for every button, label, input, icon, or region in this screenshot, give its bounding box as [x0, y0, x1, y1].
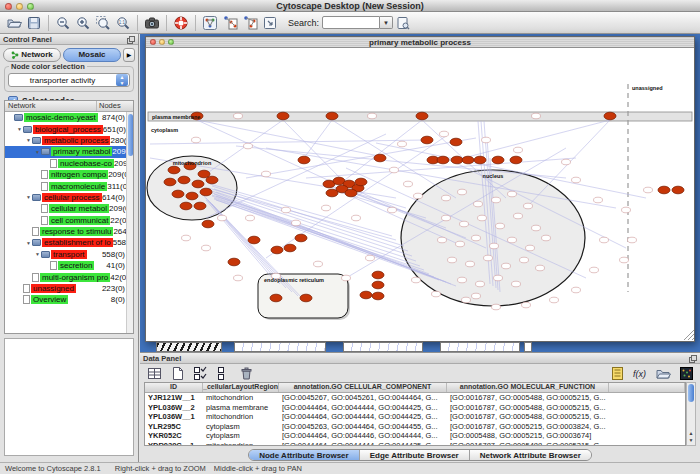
save-icon[interactable]	[24, 14, 44, 32]
network-node-selected-red[interactable]	[492, 156, 504, 164]
network-node[interactable]	[572, 287, 581, 293]
network-node[interactable]	[502, 263, 511, 269]
network-node-selected-red[interactable]	[270, 294, 282, 302]
float-panel-icon[interactable]	[689, 355, 697, 363]
network-canvas[interactable]: plasma membranecytoplasmmitochondrionnuc…	[146, 48, 694, 341]
new-attribute-icon[interactable]	[167, 364, 187, 382]
table-scrollbar[interactable]: ▲▼	[686, 382, 696, 446]
tree-row[interactable]: macromolecule311(0)	[5, 180, 133, 191]
network-node-selected-red[interactable]	[326, 189, 338, 197]
network-node[interactable]	[458, 189, 467, 195]
network-node[interactable]	[472, 235, 481, 241]
search-dropdown-button[interactable]: ▼	[380, 16, 393, 29]
tab-node-attribute-browser[interactable]: Node Attribute Browser	[249, 450, 360, 460]
network-node[interactable]	[246, 215, 255, 221]
disclosure-triangle-icon[interactable]: ▼	[34, 251, 41, 257]
network-node-selected-red[interactable]	[374, 154, 386, 162]
import-folder-icon[interactable]	[653, 364, 673, 382]
network-node[interactable]	[482, 137, 491, 143]
tab-edge-attribute-browser[interactable]: Edge Attribute Browser	[360, 450, 470, 460]
network-node[interactable]	[600, 237, 609, 243]
network-node-selected-red[interactable]	[295, 234, 307, 242]
table-scrollbar-thumb[interactable]	[688, 384, 694, 402]
network-node-selected-red[interactable]	[248, 236, 260, 244]
network-node[interactable]	[244, 143, 253, 149]
attribute-list-icon[interactable]	[607, 364, 627, 382]
network-node[interactable]	[474, 201, 483, 207]
column-header[interactable]: annotation.GO CELLULAR_COMPONENT	[279, 383, 447, 392]
network-node-selected-red[interactable]	[462, 156, 474, 164]
network-node[interactable]	[414, 193, 423, 199]
network-node[interactable]	[462, 297, 471, 303]
help-lifesaver-icon[interactable]	[171, 14, 191, 32]
tree-row[interactable]: ▼biological_process651(0)	[5, 123, 133, 134]
delete-attribute-icon[interactable]	[236, 364, 256, 382]
export-document-icon[interactable]	[260, 14, 280, 32]
network-node-selected-red[interactable]	[451, 156, 463, 164]
network-node-selected-red[interactable]	[168, 166, 180, 174]
birdseye-view[interactable]	[4, 338, 134, 456]
network-node[interactable]	[514, 213, 523, 219]
network-node[interactable]	[620, 257, 629, 263]
network-node-selected-red[interactable]	[672, 186, 684, 194]
network-node[interactable]	[524, 203, 533, 209]
network-node[interactable]	[496, 223, 505, 229]
tree-row[interactable]: Overview8(0)	[5, 294, 133, 305]
background-window-fragment[interactable]	[524, 342, 532, 352]
float-panel-icon[interactable]	[127, 36, 135, 44]
app-titlebar[interactable]: Cytoscape Desktop (New Session)	[0, 0, 700, 12]
zoom-selected-icon[interactable]	[93, 14, 113, 32]
layout-two-icon[interactable]	[240, 14, 260, 32]
network-node[interactable]	[342, 275, 351, 281]
network-node-selected-red[interactable]	[228, 258, 240, 266]
network-node[interactable]	[492, 197, 501, 203]
network-node[interactable]	[520, 257, 529, 263]
network-window[interactable]: primary metabolic process plasma membran…	[145, 36, 695, 342]
network-node[interactable]	[494, 275, 503, 281]
network-node[interactable]	[492, 304, 501, 310]
tree-header[interactable]: Network Nodes	[5, 101, 133, 112]
disclosure-triangle-icon[interactable]: ▼	[34, 149, 41, 155]
network-node[interactable]	[472, 293, 481, 299]
disclosure-triangle-icon[interactable]: ▼	[16, 126, 23, 132]
table-row[interactable]: YPL036W__1mitochondrion[GO:0044464, GO:0…	[145, 412, 685, 422]
tree-row[interactable]: secretion41(0)	[5, 260, 133, 271]
network-node[interactable]	[404, 181, 413, 187]
network-node-selected-red[interactable]	[658, 186, 670, 194]
tree-row[interactable]: ▼primary metabol209(...	[5, 146, 133, 157]
network-node-selected-red[interactable]	[345, 189, 357, 197]
tree-row[interactable]: cellular metabol209(0)	[5, 203, 133, 214]
network-node[interactable]	[438, 237, 447, 243]
network-node-selected-red[interactable]	[194, 202, 206, 210]
network-node[interactable]	[458, 277, 467, 283]
network-node[interactable]	[262, 171, 271, 177]
zoom-out-icon[interactable]	[53, 14, 73, 32]
table-row[interactable]: YJR121W__1mitochondrion[GO:0045267, GO:0…	[145, 393, 685, 403]
network-node-selected-red[interactable]	[510, 156, 522, 164]
network-node[interactable]	[562, 159, 571, 165]
search-options-icon[interactable]	[393, 14, 413, 32]
network-node[interactable]	[476, 281, 485, 287]
network-node[interactable]	[542, 235, 551, 241]
network-node[interactable]	[522, 302, 531, 308]
network-node[interactable]	[322, 205, 331, 211]
network-node-selected-red[interactable]	[298, 156, 310, 164]
network-node[interactable]	[526, 245, 535, 251]
network-node[interactable]	[432, 291, 441, 297]
network-node-selected-red[interactable]	[200, 188, 212, 196]
more-tabs-button[interactable]: ▶	[123, 48, 135, 62]
window-resize-grip[interactable]	[684, 330, 694, 340]
network-node-selected-red[interactable]	[450, 138, 462, 146]
network-node[interactable]	[440, 131, 449, 137]
network-node[interactable]	[484, 255, 493, 261]
network-node-selected-red[interactable]	[180, 202, 192, 210]
tree-row[interactable]: response to stimulu264(0)	[5, 226, 133, 237]
network-node[interactable]	[234, 113, 243, 119]
network-node-selected-red[interactable]	[474, 156, 486, 164]
background-window-fragment[interactable]	[156, 342, 222, 352]
network-node-selected-red[interactable]	[437, 156, 449, 164]
tree-col-network[interactable]: Network	[5, 101, 97, 111]
network-node[interactable]	[412, 277, 421, 283]
network-node[interactable]	[234, 275, 243, 281]
network-node-selected-red[interactable]	[604, 112, 616, 120]
